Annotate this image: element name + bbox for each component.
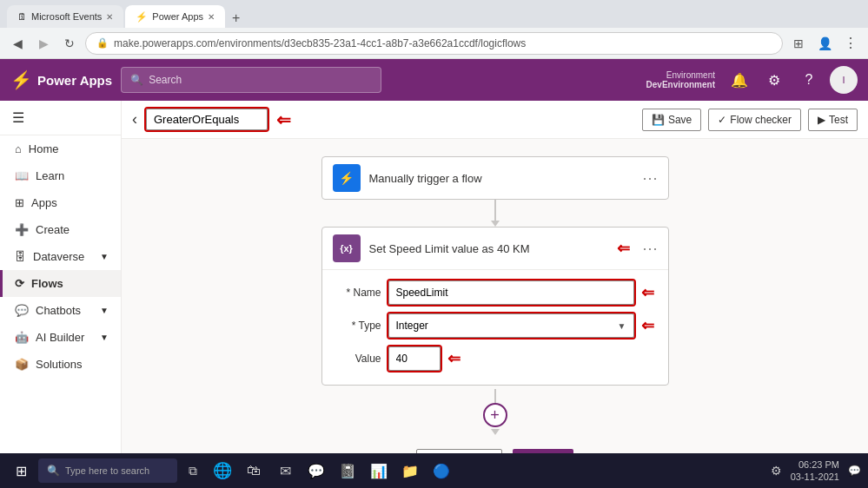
taskbar-mail-button[interactable]: ✉ [271,457,299,485]
chevron-down-icon: ▼ [100,252,109,261]
forward-nav-button[interactable]: ▶ [33,33,54,54]
taskbar-right: ⚙ 06:23 PM 03-11-2021 💬 [771,458,861,484]
sidebar-item-home[interactable]: ⌂ Home [0,135,121,162]
task-view-button[interactable]: ⧉ [181,458,205,483]
sidebar-item-chatbots[interactable]: 💬 Chatbots ▼ [0,297,121,324]
search-placeholder: Search [149,74,182,86]
bell-icon-button[interactable]: 🔔 [726,66,753,94]
taskbar-search-icon: 🔍 [47,465,60,477]
add-step-circle-button[interactable]: + [483,403,507,427]
variable-step-header-arrow: ⇐ [617,239,630,258]
variable-step-header[interactable]: {x} Set Speed Limit value as 40 KM ⇐ ⋯ [322,228,668,270]
variable-step-body: * Name ⇐ * Type Integer ▼ ⇐ [322,270,668,385]
env-badge: Environment DevEnvironment [646,70,715,89]
value-field-label: Value [336,353,381,365]
sidebar-item-label: Dataverse [33,250,93,263]
type-field-select[interactable]: Integer ▼ [388,313,634,338]
chevron-down-icon: ▼ [100,333,109,342]
chatbots-icon: 💬 [15,304,29,317]
tab-power-apps[interactable]: ⚡ Power Apps ✕ [125,5,225,28]
tab-pa-label: Power Apps [152,11,203,22]
taskbar-edge-button[interactable]: 🌐 [209,457,236,485]
help-icon-button[interactable]: ? [795,66,823,94]
trigger-step-menu-button[interactable]: ⋯ [642,168,658,188]
taskbar-settings-button[interactable]: ⚙ [771,464,782,478]
address-text: make.powerapps.com/environments/d3ecb835… [114,37,526,49]
taskbar-chrome-button[interactable]: 🔵 [427,457,455,485]
sidebar-item-solutions[interactable]: 📦 Solutions [0,351,121,378]
apps-icon: ⊞ [15,196,24,209]
value-field-input[interactable] [388,346,441,371]
notification-button[interactable]: 💬 [848,465,861,477]
taskbar-powerpoint-button[interactable]: 📊 [365,457,393,485]
sidebar-item-apps[interactable]: ⊞ Apps [0,189,121,216]
power-apps-logo-icon: ⚡ [10,69,32,90]
tab-bar: 🗓 Microsoft Events ✕ ⚡ Power Apps ✕ + [7,0,245,28]
ai-builder-icon: 🤖 [15,331,29,344]
trigger-step-label: Manually trigger a flow [369,172,633,185]
connector-line-2 [494,389,496,403]
app-logo-text: Power Apps [37,73,112,88]
tab-favicon: 🗓 [17,11,27,22]
extensions-button[interactable]: ⊞ [788,33,809,54]
back-button[interactable]: ‹ [132,110,137,129]
learn-icon: 📖 [15,169,29,182]
taskbar: ⊞ 🔍 Type here to search ⧉ 🌐 🛍 ✉ 💬 📓 📊 📁 … [0,453,868,488]
address-bar[interactable]: 🔒 make.powerapps.com/environments/d3ecb8… [85,32,783,55]
name-field-arrow: ⇐ [641,283,654,302]
name-field-label: * Name [336,287,381,299]
taskbar-onenote-button[interactable]: 📓 [334,457,361,485]
taskbar-store-button[interactable]: 🛍 [240,457,268,485]
save-button[interactable]: 💾 Save [642,109,701,131]
chevron-down-icon: ▼ [618,321,626,331]
flow-actions: 💾 Save ✓ Flow checker ▶ Test [642,109,858,131]
sidebar-item-label: Chatbots [36,304,93,317]
dataverse-icon: 🗄 [15,250,26,263]
start-button[interactable]: ⊞ [7,457,35,485]
trigger-step[interactable]: ⚡ Manually trigger a flow ⋯ [321,156,669,200]
tab-close-icon[interactable]: ✕ [106,12,113,22]
name-field-input[interactable] [388,280,634,305]
flow-canvas: ⚡ Manually trigger a flow ⋯ {x} Set Spee… [122,139,868,453]
flow-name-input[interactable] [146,109,268,130]
sidebar-item-dataverse[interactable]: 🗄 Dataverse ▼ [0,243,121,270]
taskbar-search-box[interactable]: 🔍 Type here to search [38,458,177,483]
flows-icon: ⟳ [15,277,24,290]
sidebar-item-ai-builder[interactable]: 🤖 AI Builder ▼ [0,324,121,351]
sidebar-hamburger[interactable]: ☰ [0,101,121,135]
sidebar-item-create[interactable]: ➕ Create [0,216,121,243]
taskbar-folder-button[interactable]: 📁 [396,457,424,485]
add-step-area: + [483,389,507,435]
gear-icon-button[interactable]: ⚙ [760,66,788,94]
sidebar-item-learn[interactable]: 📖 Learn [0,162,121,189]
tab-ms-events[interactable]: 🗓 Microsoft Events ✕ [7,5,123,28]
app-topbar: ⚡ Power Apps 🔍 Search Environment DevEnv… [0,59,868,101]
sidebar-item-label: AI Builder [36,331,93,344]
app-container: ⚡ Power Apps 🔍 Search Environment DevEnv… [0,59,868,453]
variable-step-label: Set Speed Limit value as 40 KM [369,242,608,255]
topbar-right: Environment DevEnvironment 🔔 ⚙ ? I [646,66,858,94]
app-logo: ⚡ Power Apps [10,69,112,90]
variable-step-menu-button[interactable]: ⋯ [642,239,658,258]
flow-checker-button[interactable]: ✓ Flow checker [708,109,801,131]
sidebar-item-flows[interactable]: ⟳ Flows [0,270,121,297]
test-label: Test [829,114,848,126]
variable-step-icon: {x} [333,234,361,262]
test-button[interactable]: ▶ Test [808,109,858,131]
search-icon: 🔍 [130,74,143,86]
value-field-arrow: ⇐ [447,349,461,368]
tab-label: Microsoft Events [31,11,102,22]
main-content: ☰ ⌂ Home 📖 Learn ⊞ Apps ➕ Create 🗄 Datav… [0,101,868,453]
flow-checker-label: Flow checker [730,114,792,126]
topbar-search[interactable]: 🔍 Search [121,67,381,93]
incognito-label: I [842,75,845,85]
taskbar-teams-button[interactable]: 💬 [302,457,330,485]
reload-button[interactable]: ↻ [59,33,80,54]
new-tab-button[interactable]: + [227,10,245,26]
back-nav-button[interactable]: ◀ [7,33,28,54]
account-icon-button[interactable]: I [830,66,858,94]
flow-header: ‹ ⇐ 💾 Save ✓ Flow checker ▶ Test [122,101,868,139]
profile-button[interactable]: 👤 [814,33,835,54]
tab-pa-close-icon[interactable]: ✕ [208,12,215,22]
menu-button[interactable]: ⋮ [840,33,861,54]
